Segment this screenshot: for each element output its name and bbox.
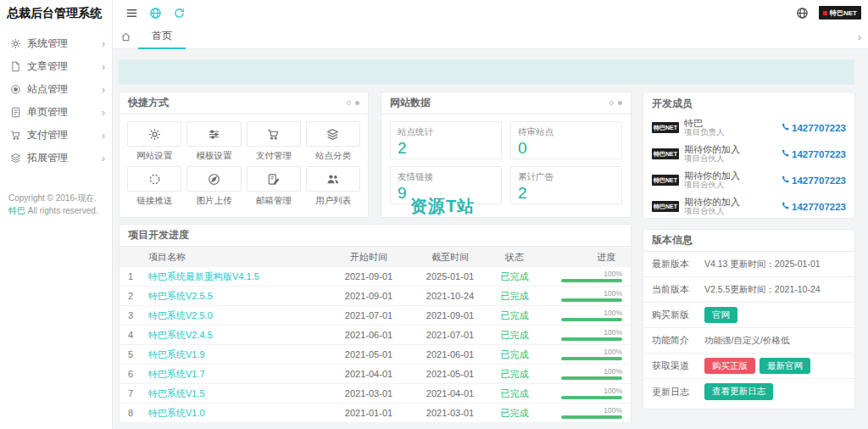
shortcut-item[interactable]: 用户列表	[306, 166, 360, 207]
latest-official-button[interactable]: 最新官网	[760, 358, 810, 375]
refresh-icon[interactable]	[167, 0, 191, 25]
shortcut-label: 邮箱管理	[247, 195, 301, 207]
users-icon	[326, 173, 339, 186]
table-header: 项目名称 开始时间 截至时间 状态 进度	[120, 247, 631, 267]
card-title: 版本信息	[652, 233, 693, 248]
sidebar-item[interactable]: 拓展管理 ›	[0, 147, 112, 170]
cart-icon	[267, 128, 280, 141]
member-qq-number: 1427707223	[792, 149, 846, 159]
current-version-value: V2.5.5更新时间：2021-10-24	[704, 284, 821, 296]
project-name-link[interactable]: 特巴系统V1.5	[148, 387, 328, 400]
row-index: 5	[128, 349, 148, 359]
status-badge: 已完成	[491, 368, 538, 381]
shortcuts-title-bar: 快捷方式	[120, 92, 368, 114]
member-qq-contact[interactable]: 1427707223	[781, 149, 846, 159]
official-site-button[interactable]: 官网	[704, 307, 737, 324]
progress-bar	[561, 415, 622, 419]
sidebar: 总裁后台管理系统 系统管理 › 文章管理 › 站点管理 ›	[0, 0, 113, 429]
brand-logo[interactable]: 特巴NET	[819, 6, 861, 20]
row-index: 2	[128, 291, 148, 301]
table-row: 2 特巴系统V2.5.5 2021-09-01 2021-10-24 已完成 1…	[120, 287, 631, 306]
progress-bar	[561, 357, 622, 360]
stat-box: 站点统计 2	[390, 121, 502, 159]
shortcut-item[interactable]: 网站设置	[127, 121, 181, 162]
project-name-link[interactable]: 特巴系统最新重构版V4.1.5	[148, 270, 328, 283]
card-tools[interactable]	[347, 101, 359, 105]
sidebar-item[interactable]: 文章管理 ›	[0, 55, 112, 78]
globe-icon[interactable]	[143, 0, 167, 25]
file-icon	[10, 61, 21, 72]
end-time: 2025-01-01	[409, 271, 491, 281]
project-name-link[interactable]: 特巴系统V2.5.5	[148, 290, 328, 303]
home-icon[interactable]	[113, 25, 138, 49]
row-index: 3	[128, 310, 148, 320]
version-row-current: 当前版本 V2.5.5更新时间：2021-10-24	[643, 277, 854, 303]
chevron-right-icon: ›	[102, 38, 105, 49]
sidebar-item-label: 拓展管理	[27, 151, 102, 165]
shortcut-label: 站点分类	[306, 150, 360, 162]
card-title: 网站数据	[390, 96, 431, 110]
end-time: 2021-04-01	[409, 388, 491, 398]
table-row: 8 特巴系统V1.0 2021-01-01 2021-03-01 已完成 100…	[120, 404, 631, 423]
progress-percent: 100%	[604, 348, 622, 356]
close-icon[interactable]	[355, 101, 359, 105]
sidebar-item[interactable]: 单页管理 ›	[0, 101, 112, 124]
shortcut-item[interactable]: 邮箱管理	[247, 166, 301, 207]
project-name-link[interactable]: 特巴系统V2.4.5	[148, 329, 328, 342]
shortcut-item[interactable]: 站点分类	[306, 121, 360, 162]
member-row: 特巴NET 期待你的加入 项目合伙人 1427707223	[643, 141, 854, 167]
tab-home[interactable]: 首页	[138, 25, 186, 49]
progress-bar	[561, 396, 622, 399]
shortcut-item[interactable]: 支付管理	[247, 121, 301, 162]
sidebar-item[interactable]: 系统管理 ›	[0, 32, 112, 55]
start-time: 2021-05-01	[328, 349, 409, 359]
progress-bar	[561, 318, 622, 321]
start-time: 2021-01-01	[328, 408, 409, 418]
member-qq-number: 1427707223	[792, 123, 846, 133]
member-qq-contact[interactable]: 1427707223	[781, 176, 846, 186]
member-logo: 特巴NET	[652, 122, 679, 133]
shortcut-label: 模板设置	[186, 150, 241, 162]
row-index: 6	[128, 369, 148, 379]
collapse-icon[interactable]	[347, 101, 351, 105]
member-logo: 特巴NET	[652, 175, 679, 186]
table-row: 3 特巴系统V2.5.0 2021-07-01 2021-09-01 已完成 1…	[120, 306, 631, 326]
sidebar-menu: 系统管理 › 文章管理 › 站点管理 › 单页管理	[0, 32, 112, 170]
tab-scroll-right-icon[interactable]: ›	[858, 31, 868, 43]
project-name-link[interactable]: 特巴系统V2.5.0	[148, 309, 328, 322]
member-qq-contact[interactable]: 1427707223	[781, 123, 846, 133]
shortcut-item[interactable]: 图片上传	[186, 166, 241, 207]
hamburger-menu-icon[interactable]	[120, 0, 143, 25]
close-icon[interactable]	[618, 101, 622, 105]
progress-title-bar: 项目开发进度	[120, 225, 631, 247]
shortcut-item[interactable]: 模板设置	[186, 121, 241, 162]
progress-percent: 100%	[604, 290, 622, 298]
start-time: 2021-09-01	[328, 291, 409, 301]
version-row-features: 功能简介 功能强/自定义/价格低	[643, 328, 854, 354]
language-globe-icon[interactable]	[790, 0, 814, 25]
col-progress: 进度	[538, 251, 622, 264]
phone-icon	[781, 123, 790, 132]
card-tools[interactable]	[609, 101, 622, 105]
project-name-link[interactable]: 特巴系统V1.9	[148, 348, 328, 361]
member-logo: 特巴NET	[652, 148, 679, 159]
shortcut-item[interactable]: 链接推送	[127, 166, 181, 207]
project-name-link[interactable]: 特巴系统V1.7	[148, 368, 328, 381]
project-name-link[interactable]: 特巴系统V1.0	[148, 407, 328, 420]
status-badge: 已完成	[491, 387, 538, 400]
progress-percent: 100%	[604, 329, 622, 337]
page-icon	[10, 107, 21, 118]
member-qq-contact[interactable]: 1427707223	[781, 202, 846, 212]
start-time: 2021-03-01	[328, 388, 409, 398]
end-time: 2021-03-01	[409, 408, 491, 418]
view-changelog-button[interactable]: 查看更新日志	[704, 383, 773, 400]
app-title: 总裁后台管理系统	[0, 0, 112, 25]
sidebar-item[interactable]: 支付管理 ›	[0, 124, 112, 147]
circle-icon	[148, 173, 161, 186]
table-row: 5 特巴系统V1.9 2021-05-01 2021-06-01 已完成 100…	[120, 345, 631, 365]
sidebar-item[interactable]: 站点管理 ›	[0, 78, 112, 101]
collapse-icon[interactable]	[609, 101, 614, 105]
version-title-bar: 版本信息	[643, 230, 854, 252]
features-value: 功能强/自定义/价格低	[704, 335, 789, 347]
buy-genuine-button[interactable]: 购买正版	[704, 358, 755, 375]
